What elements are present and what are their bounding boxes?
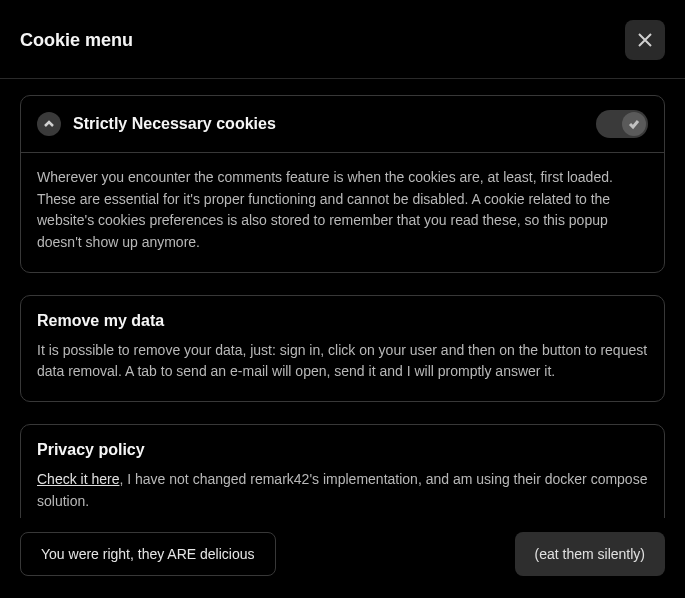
privacy-title: Privacy policy: [37, 441, 648, 459]
accept-button-primary[interactable]: You were right, they ARE delicious: [20, 532, 276, 576]
necessary-card-header: Strictly Necessary cookies: [21, 96, 664, 153]
privacy-text: Check it here, I have not changed remark…: [37, 469, 648, 512]
modal-title: Cookie menu: [20, 30, 133, 51]
modal-footer: You were right, they ARE delicious (eat …: [0, 518, 685, 598]
accept-button-secondary[interactable]: (eat them silently): [515, 532, 665, 576]
privacy-suffix: , I have not changed remark42's implemen…: [37, 471, 647, 509]
necessary-cookies-card: Strictly Necessary cookies Wherever you …: [20, 95, 665, 273]
modal-header: Cookie menu: [0, 0, 685, 79]
necessary-toggle: [596, 110, 648, 138]
necessary-body: Wherever you encounter the comments feat…: [21, 153, 664, 272]
close-icon: [638, 33, 652, 47]
cookie-modal: Cookie menu Strictly Necessary cookies: [0, 0, 685, 598]
collapse-toggle[interactable]: [37, 112, 61, 136]
privacy-card: Privacy policy Check it here, I have not…: [20, 424, 665, 518]
remove-title: Remove my data: [37, 312, 648, 330]
remove-text: It is possible to remove your data, just…: [37, 340, 648, 383]
check-icon: [628, 118, 640, 130]
chevron-up-icon: [44, 119, 54, 129]
privacy-body: Privacy policy Check it here, I have not…: [21, 425, 664, 518]
remove-body: Remove my data It is possible to remove …: [21, 296, 664, 401]
toggle-knob: [622, 112, 646, 136]
necessary-title: Strictly Necessary cookies: [73, 115, 584, 133]
modal-body: Strictly Necessary cookies Wherever you …: [0, 79, 685, 518]
close-button[interactable]: [625, 20, 665, 60]
remove-data-card: Remove my data It is possible to remove …: [20, 295, 665, 402]
necessary-text: Wherever you encounter the comments feat…: [37, 167, 648, 254]
privacy-link[interactable]: Check it here: [37, 471, 119, 487]
